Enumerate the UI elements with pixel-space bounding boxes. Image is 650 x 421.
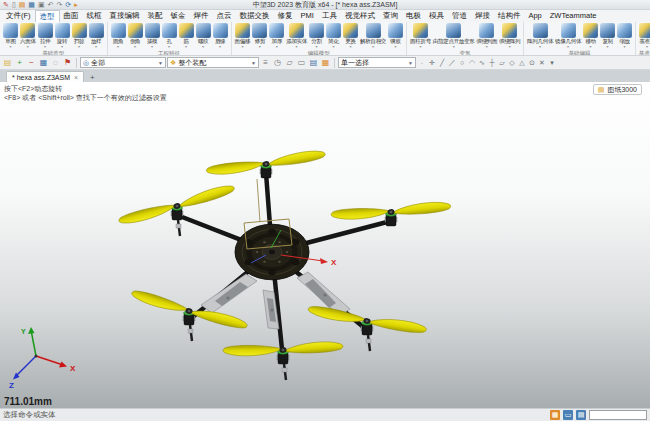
menu-tab-直接编辑[interactable]: 直接编辑 (106, 10, 144, 22)
frame-view-icon[interactable]: ▭ (296, 57, 307, 69)
ribbon-button[interactable]: 分割▾ (308, 23, 325, 49)
manager-panel-icon[interactable]: ▤ (308, 57, 319, 69)
pick-sketch-icon[interactable]: ✕ (537, 57, 547, 69)
pick-component-icon[interactable]: ⊙ (527, 57, 537, 69)
pick-line-icon[interactable]: ／ (447, 57, 457, 69)
menu-tab-数据交换[interactable]: 数据交换 (236, 10, 274, 22)
menu-tab-App[interactable]: App (524, 10, 545, 22)
menu-tab-视觉样式[interactable]: 视觉样式 (341, 10, 379, 22)
redo-icon[interactable]: ↷ (56, 1, 62, 9)
pick-plane-icon[interactable]: ◇ (507, 57, 517, 69)
scope-dropdown[interactable]: ❖ 整个装配 ▼ (167, 57, 259, 68)
display-mode-icon[interactable]: ▦ (38, 57, 49, 69)
menu-tab-修复[interactable]: 修复 (274, 10, 297, 22)
filter-dropdown[interactable]: ◎ 全部 ▼ (80, 57, 166, 68)
ribbon-button[interactable]: 由指定点开放变形▾ (432, 23, 476, 49)
flag-tool-icon[interactable]: ⚑ (62, 57, 73, 69)
new-file-icon[interactable]: ▯ (12, 1, 16, 9)
undo-icon[interactable]: ↶ (48, 1, 54, 9)
menu-tab-电极[interactable]: 电极 (402, 10, 425, 22)
menu-tab-工具[interactable]: 工具 (318, 10, 341, 22)
menu-tab-装配[interactable]: 装配 (144, 10, 167, 22)
hide-entity-icon[interactable]: − (26, 57, 37, 69)
menu-tab-PMI[interactable]: PMI (297, 10, 318, 22)
graphics-viewport[interactable]: 按下<F2>动态旋转 <F8> 或者 <Shift+roll> 查找下一个有效的… (0, 82, 650, 408)
window-toggle-icon[interactable]: ▤ (576, 410, 586, 420)
new-tab-button[interactable]: + (86, 73, 99, 82)
menu-tab-结构件[interactable]: 结构件 (494, 10, 525, 22)
close-icon[interactable]: × (74, 74, 78, 81)
ribbon-button[interactable]: 唇缘▾ (212, 23, 229, 49)
pick-shape-icon[interactable]: △ (517, 57, 527, 69)
pick-circle-icon[interactable]: ○ (457, 57, 467, 69)
play-macro-icon[interactable]: ▸ (74, 1, 78, 9)
ribbon-button[interactable]: 旋转▾ (54, 23, 71, 49)
ribbon-button[interactable]: 解析自相交▾ (359, 23, 387, 49)
blank-display-icon[interactable]: ◌ (50, 57, 61, 69)
ribbon-button[interactable]: 缠绕阵列▾ (498, 23, 521, 49)
ribbon-button[interactable]: 修剪▾ (251, 23, 268, 49)
menu-tab-ZWTeammate[interactable]: ZWTeammate (546, 10, 601, 22)
regenerate-icon[interactable]: ⟳ (65, 1, 71, 9)
ribbon-button[interactable]: 缩放▾ (616, 23, 633, 49)
ribbon-button[interactable]: 放样▾ (88, 23, 105, 49)
ribbon-button[interactable]: 筋▾ (178, 23, 195, 49)
ribbon-button[interactable]: 孔▾ (161, 23, 178, 49)
open-file-icon[interactable]: ▤ (19, 1, 26, 9)
ribbon-button[interactable]: 拉伸▾ (37, 23, 54, 49)
ribbon-button[interactable]: 扫掠▾ (71, 23, 88, 49)
pick-face-icon[interactable]: ▱ (497, 57, 507, 69)
menu-tab-线框[interactable]: 线框 (83, 10, 106, 22)
ribbon-button[interactable]: 拔模▾ (144, 23, 161, 49)
ribbon-button[interactable]: 添加实体▾ (285, 23, 308, 49)
menu-tab-焊接[interactable]: 焊接 (471, 10, 494, 22)
pick-axis-icon[interactable]: ┼ (487, 57, 497, 69)
pick-point-icon[interactable]: ∙ (417, 57, 427, 69)
show-entity-icon[interactable]: + (14, 57, 25, 69)
ribbon-button[interactable]: 六面体▾ (19, 23, 37, 49)
pick-datum-icon[interactable]: ▾ (547, 57, 557, 69)
save-file-icon[interactable]: ▦ (28, 1, 35, 9)
ribbon-button[interactable]: 缠绕到面▾ (475, 23, 498, 49)
ribbon-button[interactable]: 螺纹▾ (195, 23, 212, 49)
menu-tab-点云[interactable]: 点云 (213, 10, 236, 22)
ribbon-button[interactable]: 镶嵌▾ (387, 23, 404, 49)
entity-visibility-icon[interactable]: ▤ (2, 57, 13, 69)
layer-view-icon[interactable]: ▱ (284, 57, 295, 69)
menu-tab-焊件[interactable]: 焊件 (190, 10, 213, 22)
menu-tab-造型[interactable]: 造型 (35, 10, 60, 22)
ribbon-button[interactable]: 复制▾ (599, 23, 616, 49)
pick-arc-icon[interactable]: ◠ (467, 57, 477, 69)
menu-tab-查询[interactable]: 查询 (379, 10, 402, 22)
ribbon-button[interactable]: 基准面▾ (638, 23, 650, 49)
hexacopter-model[interactable]: X (0, 82, 650, 408)
object-panel-icon[interactable]: ▦ (320, 57, 331, 69)
ribbon-button[interactable]: 镜像几何体▾ (554, 23, 582, 49)
pick-all-icon[interactable]: ✛ (427, 57, 437, 69)
ribbon-button[interactable]: 草图▾ (2, 23, 19, 49)
list-view-icon[interactable]: ≡ (260, 57, 271, 69)
pick-edge-icon[interactable]: ╱ (437, 57, 447, 69)
ribbon-button[interactable]: 移动▾ (582, 23, 599, 49)
ribbon-button[interactable]: 圆柱折弯▾ (409, 23, 432, 49)
menu-tab-曲面[interactable]: 曲面 (60, 10, 83, 22)
grid-toggle-icon[interactable]: ▦ (550, 410, 560, 420)
ribbon-button[interactable]: 面偏移▾ (234, 23, 252, 49)
ribbon-button[interactable]: 加厚▾ (268, 23, 285, 49)
zw3d-logo-icon[interactable]: ✎ (3, 1, 9, 9)
ribbon-button[interactable]: 简化▾ (325, 23, 342, 49)
print-icon[interactable]: ▣ (38, 1, 45, 9)
ribbon-button[interactable]: 倒角▾ (127, 23, 144, 49)
display-toggle-icon[interactable]: ▭ (563, 410, 573, 420)
status-input-field[interactable] (589, 410, 647, 420)
ribbon-button[interactable]: 阵列几何体▾ (526, 23, 554, 49)
ribbon-button[interactable]: 更换▾ (342, 23, 359, 49)
menu-tab-文件(F)[interactable]: 文件(F) (2, 10, 35, 22)
menu-tab-钣金[interactable]: 钣金 (167, 10, 190, 22)
ribbon-button[interactable]: 圆角▾ (110, 23, 127, 49)
pick-curve-icon[interactable]: ∿ (477, 57, 487, 69)
menu-tab-管道[interactable]: 管道 (448, 10, 471, 22)
selection-mode-dropdown[interactable]: 单一选择 ▼ (338, 57, 416, 68)
menu-tab-模具[interactable]: 模具 (425, 10, 448, 22)
document-tab[interactable]: * hexa ass.Z3ASM × (6, 71, 84, 82)
